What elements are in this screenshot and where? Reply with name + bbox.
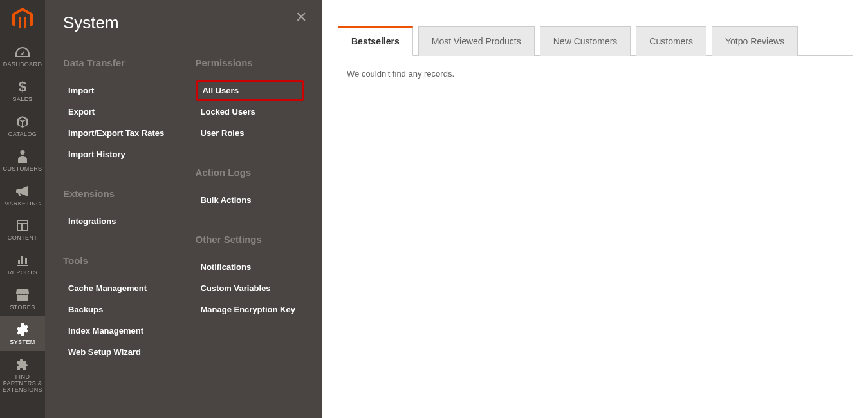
flyout-columns: Data TransferImportExportImport/Export T… bbox=[63, 57, 304, 386]
nav-reports[interactable]: REPORTS bbox=[0, 247, 45, 281]
flyout-link-import-history[interactable]: Import History bbox=[63, 144, 172, 165]
flyout-title: System bbox=[63, 13, 304, 33]
flyout-section: Data TransferImportExportImport/Export T… bbox=[63, 57, 172, 165]
nav-customers[interactable]: CUSTOMERS bbox=[0, 143, 45, 178]
nav-label: DASHBOARD bbox=[3, 62, 42, 68]
tab-customers[interactable]: Customers bbox=[636, 26, 706, 56]
nav-label: SYSTEM bbox=[10, 339, 35, 346]
puzzle-icon bbox=[17, 357, 28, 372]
flyout-section: Action LogsBulk Actions bbox=[196, 167, 305, 211]
flyout-section-title: Action Logs bbox=[196, 167, 305, 178]
close-icon[interactable]: ✕ bbox=[295, 9, 307, 26]
gear-icon bbox=[16, 323, 29, 337]
layout-icon bbox=[17, 218, 28, 233]
flyout-section-title: Tools bbox=[63, 255, 172, 266]
tab-new-customers[interactable]: New Customers bbox=[540, 26, 631, 56]
flyout-link-import-export-tax-rates[interactable]: Import/Export Tax Rates bbox=[63, 122, 172, 144]
nav-label: SALES bbox=[12, 97, 32, 103]
box-icon bbox=[16, 115, 29, 129]
flyout-section: ToolsCache ManagementBackupsIndex Manage… bbox=[63, 255, 172, 363]
store-icon bbox=[16, 288, 29, 302]
flyout-section-title: Permissions bbox=[196, 57, 305, 68]
flyout-link-custom-variables[interactable]: Custom Variables bbox=[196, 278, 305, 299]
nav-label: CUSTOMERS bbox=[3, 166, 42, 173]
nav-partners[interactable]: FIND PARTNERS & EXTENSIONS bbox=[0, 351, 45, 399]
megaphone-icon bbox=[16, 184, 29, 198]
admin-sidebar: DASHBOARD $ SALES CATALOG CUSTOMERS MARK… bbox=[0, 0, 45, 418]
nav-sales[interactable]: $ SALES bbox=[0, 73, 45, 108]
flyout-link-user-roles[interactable]: User Roles bbox=[196, 122, 305, 144]
nav-content[interactable]: CONTENT bbox=[0, 212, 45, 247]
person-icon bbox=[18, 149, 27, 164]
flyout-section-title: Extensions bbox=[63, 188, 172, 199]
dollar-icon: $ bbox=[19, 80, 26, 94]
system-flyout: System ✕ Data TransferImportExportImport… bbox=[45, 0, 322, 418]
flyout-link-manage-encryption-key[interactable]: Manage Encryption Key bbox=[196, 299, 305, 320]
nav-marketing[interactable]: MARKETING bbox=[0, 178, 45, 213]
tab-yotpo-reviews[interactable]: Yotpo Reviews bbox=[712, 26, 798, 56]
nav-label: FIND PARTNERS & EXTENSIONS bbox=[3, 374, 42, 394]
empty-message: We couldn't find any records. bbox=[347, 69, 454, 79]
flyout-section: ExtensionsIntegrations bbox=[63, 188, 172, 232]
flyout-section: PermissionsAll UsersLocked UsersUser Rol… bbox=[196, 57, 305, 144]
flyout-link-import[interactable]: Import bbox=[63, 80, 172, 101]
flyout-section-title: Data Transfer bbox=[63, 57, 172, 68]
nav-catalog[interactable]: CATALOG bbox=[0, 108, 45, 143]
flyout-section-title: Other Settings bbox=[196, 234, 305, 245]
nav-label: REPORTS bbox=[8, 270, 37, 276]
flyout-link-index-management[interactable]: Index Management bbox=[63, 320, 172, 341]
nav-label: STORES bbox=[10, 305, 35, 311]
tab-most-viewed-products[interactable]: Most Viewed Products bbox=[418, 26, 535, 56]
nav-label: CATALOG bbox=[8, 131, 37, 138]
flyout-link-cache-management[interactable]: Cache Management bbox=[63, 278, 172, 299]
tab-content: We couldn't find any records. bbox=[338, 56, 853, 91]
flyout-link-integrations[interactable]: Integrations bbox=[63, 211, 172, 232]
tab-bestsellers[interactable]: Bestsellers bbox=[338, 26, 413, 56]
nav-label: MARKETING bbox=[4, 201, 41, 207]
flyout-link-bulk-actions[interactable]: Bulk Actions bbox=[196, 189, 305, 211]
flyout-section: Other SettingsNotificationsCustom Variab… bbox=[196, 234, 305, 320]
nav-label: CONTENT bbox=[8, 235, 37, 242]
bar-chart-icon bbox=[17, 253, 28, 267]
nav-stores[interactable]: STORES bbox=[0, 281, 45, 316]
flyout-column: Data TransferImportExportImport/Export T… bbox=[63, 57, 172, 386]
magento-logo-icon bbox=[12, 8, 33, 31]
flyout-link-export[interactable]: Export bbox=[63, 101, 172, 122]
flyout-link-backups[interactable]: Backups bbox=[63, 299, 172, 320]
nav-system[interactable]: SYSTEM bbox=[0, 316, 45, 351]
flyout-column: PermissionsAll UsersLocked UsersUser Rol… bbox=[196, 57, 305, 386]
flyout-link-web-setup-wizard[interactable]: Web Setup Wizard bbox=[63, 341, 172, 363]
flyout-link-notifications[interactable]: Notifications bbox=[196, 256, 305, 278]
dashboard-icon bbox=[15, 45, 30, 59]
flyout-link-all-users[interactable]: All Users bbox=[196, 80, 305, 101]
dashboard-tabs: BestsellersMost Viewed ProductsNew Custo… bbox=[338, 26, 853, 56]
magento-logo[interactable] bbox=[0, 0, 45, 39]
nav-dashboard[interactable]: DASHBOARD bbox=[0, 39, 45, 73]
main-content: BestsellersMost Viewed ProductsNew Custo… bbox=[322, 0, 868, 418]
flyout-link-locked-users[interactable]: Locked Users bbox=[196, 101, 305, 122]
